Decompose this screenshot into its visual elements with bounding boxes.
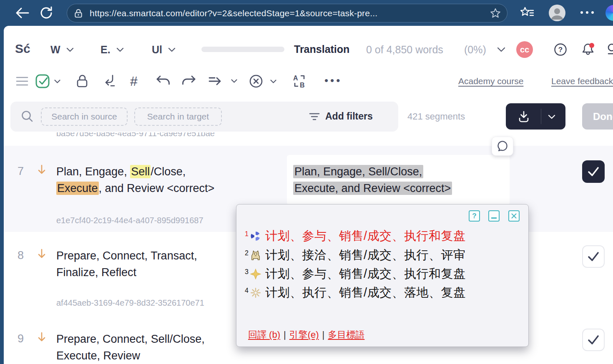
notifications-bell-icon[interactable]: [580, 42, 595, 57]
clear-target-button[interactable]: [249, 74, 276, 89]
menu-w-label: W: [50, 44, 60, 56]
search-in-source-input[interactable]: Search in source: [41, 107, 128, 126]
bookmark-star-icon[interactable]: [490, 7, 501, 19]
done-button[interactable]: Done: [582, 103, 613, 130]
translation-entry[interactable]: 3 计划、参与、销售/成交、执行和复盘: [245, 266, 465, 282]
undo-icon[interactable]: [155, 75, 171, 87]
goto-segment-button[interactable]: [208, 75, 237, 87]
confirm-checkbox-row-9[interactable]: [582, 329, 605, 351]
translation-popup: ? 1 计划、参与、销售/成交、执行和复盘 2 计划、接洽、销售/成交、执行、评…: [236, 204, 529, 347]
check-icon: [587, 166, 600, 177]
starburst-icon: [250, 287, 261, 298]
hash-tags-icon[interactable]: #: [130, 74, 138, 89]
entry-text: 计划、参与、销售/成交、执行和复盘: [265, 266, 466, 282]
more-tools-button[interactable]: •••: [324, 74, 342, 87]
url-text[interactable]: https://ea.smartcat.com/editor?v=2&selec…: [90, 8, 485, 18]
popup-footer-links: 回譯 (b) | 引擎(e) | 多目標語: [248, 329, 364, 341]
source-plain: /Close,: [151, 165, 186, 178]
circle-x-icon: [249, 74, 264, 89]
address-bar[interactable]: https://ea.smartcat.com/editor?v=2&selec…: [67, 4, 507, 22]
goto-next-unconfirmed-icon[interactable]: [103, 74, 117, 88]
back-button[interactable]: [14, 6, 30, 20]
comment-bubble-button[interactable]: [492, 137, 513, 156]
favorites-icon[interactable]: [519, 6, 534, 20]
engines-link[interactable]: 引擎(e): [289, 329, 319, 341]
svg-text:B: B: [300, 82, 305, 89]
entry-text: 计划、参与、销售/成交、执行和复盘: [265, 228, 466, 244]
site-lock-icon[interactable]: [73, 8, 84, 19]
stage-label: Translation: [294, 43, 349, 55]
download-icon: [518, 110, 530, 123]
chevron-down-icon: [168, 47, 176, 52]
popup-help-button[interactable]: ?: [469, 210, 480, 222]
help-icon[interactable]: ?: [554, 43, 567, 56]
user-avatar[interactable]: cc: [516, 41, 533, 58]
entry-number: 4: [245, 287, 249, 294]
goto-arrow-icon: [208, 75, 224, 87]
browser-menu-button[interactable]: [580, 11, 594, 14]
leave-feedback-link[interactable]: Leave feedback: [551, 76, 613, 86]
target-selected-text: Execute, and Review <correct>: [293, 182, 452, 195]
segments-menu-icon[interactable]: [16, 76, 28, 87]
popup-minimize-button[interactable]: [488, 210, 500, 222]
search-in-target-input[interactable]: Search in target: [134, 107, 222, 126]
chevron-down-icon: [548, 115, 555, 119]
back-translate-link[interactable]: 回譯 (b): [248, 329, 280, 341]
segment-id-row-7: e1e7cf40-2c19-44e4-a407-895d991687: [56, 216, 203, 225]
chevron-down-icon: [54, 80, 60, 83]
smartcat-logo[interactable]: Sć: [15, 42, 30, 56]
academy-course-link[interactable]: Academy course: [458, 76, 523, 86]
source-text-row-7[interactable]: Plan, Engage, Sell/Close, Execute, and R…: [56, 163, 214, 197]
redo-icon[interactable]: [181, 75, 197, 87]
download-split-button[interactable]: [506, 103, 565, 130]
svg-text:?: ?: [558, 46, 563, 54]
clipped-segment-id: ba5e7d5e-ba5e-4ea5-9711-ca9e97e51bae: [56, 132, 252, 140]
copilot-icon[interactable]: [605, 5, 613, 21]
source-highlight-yellow: Sell: [130, 165, 151, 178]
words-progress: 0 of 4,850 words: [366, 44, 443, 56]
reload-button[interactable]: [39, 5, 54, 20]
profile-avatar[interactable]: [549, 5, 565, 21]
button-divider: [541, 109, 541, 124]
translation-entry[interactable]: 4 计划、执行、销售/成交、落地、复盘: [245, 284, 465, 301]
keyboard-layout-icon[interactable]: [607, 42, 613, 56]
translate-ab-icon[interactable]: AB: [292, 74, 307, 89]
target-cell-row-7[interactable]: Plan, Engage, Sell/Close, Execute, and R…: [287, 155, 510, 205]
menu-button-u[interactable]: Ul: [152, 44, 176, 56]
source-text-row-9[interactable]: Prepare, Connect, Sell/Close, Execute, R…: [56, 331, 205, 364]
translation-entry[interactable]: 2 计划、接洽、销售/成交、执行、评审: [245, 247, 465, 264]
add-filters-label: Add filters: [325, 111, 373, 122]
translation-entry[interactable]: 1 计划、参与、销售/成交、执行和复盘: [245, 228, 465, 244]
check-icon: [587, 334, 600, 345]
chevron-down-icon: [116, 47, 124, 52]
link-separator: |: [284, 329, 286, 340]
menu-u-label: Ul: [152, 44, 162, 56]
entry-number: 1: [245, 230, 249, 238]
menu-button-e[interactable]: E.: [100, 44, 124, 56]
gold-star-icon: [250, 269, 261, 279]
popup-close-button[interactable]: [508, 210, 520, 222]
source-plain: Plan, Engage,: [56, 165, 130, 178]
confirm-checkbox-row-7[interactable]: [582, 160, 605, 183]
menu-e-label: E.: [100, 44, 111, 56]
chevron-down-icon: [270, 80, 276, 83]
confirm-segment-button[interactable]: [35, 74, 60, 89]
entry-number: 2: [245, 249, 249, 257]
close-icon: [511, 213, 517, 219]
source-text-row-8[interactable]: Prepare, Connect, Transact, Finalize, Re…: [56, 247, 197, 281]
check-icon: [587, 251, 600, 262]
segment-number: 9: [18, 332, 24, 345]
multi-target-link[interactable]: 多目標語: [328, 329, 364, 341]
filter-icon: [309, 111, 320, 122]
source-highlight-orange: Execute: [56, 182, 99, 195]
alpaca-icon: [250, 250, 261, 261]
entry-text: 计划、接洽、销售/成交、执行、评审: [265, 247, 466, 264]
add-filters-button[interactable]: Add filters: [309, 111, 373, 122]
comment-icon: [497, 140, 508, 152]
progress-chevron-icon[interactable]: [497, 47, 505, 52]
stage-down-arrow-icon: [37, 248, 47, 260]
search-icon: [21, 110, 33, 122]
lock-segment-icon[interactable]: [75, 74, 89, 88]
confirm-checkbox-row-8[interactable]: [582, 245, 605, 268]
menu-button-w[interactable]: W: [50, 44, 74, 56]
